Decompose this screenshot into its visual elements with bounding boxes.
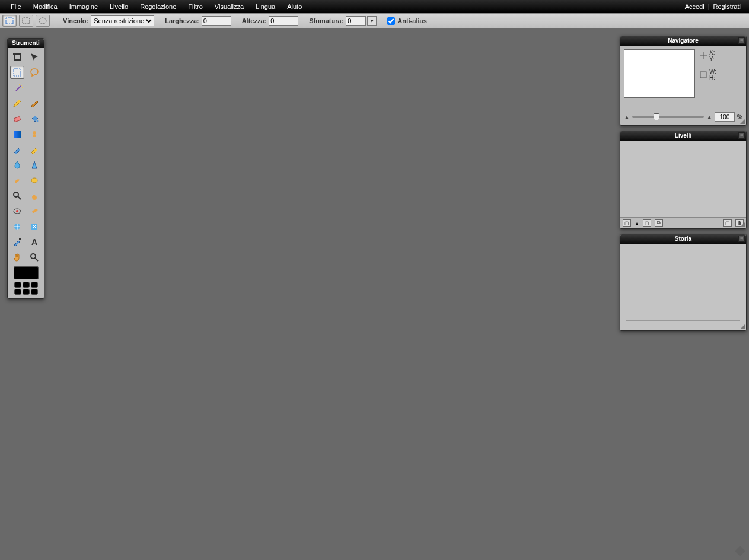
close-icon[interactable]: × [738, 132, 745, 139]
zoom-slider-thumb[interactable] [654, 113, 659, 120]
history-list[interactable] [620, 244, 746, 330]
wand-tool-icon[interactable] [12, 81, 26, 94]
sponge-tool-icon[interactable] [27, 174, 42, 187]
type-tool-icon[interactable]: A [27, 236, 42, 249]
move-tool-icon[interactable] [27, 50, 42, 63]
resize-grip[interactable] [739, 118, 745, 124]
svg-point-2 [39, 18, 46, 24]
layers-panel-title[interactable]: Livelli × [620, 131, 746, 141]
antialias-checkbox[interactable] [387, 17, 395, 25]
svg-rect-11 [33, 135, 36, 137]
dimensions-icon [700, 71, 707, 78]
menu-modifica[interactable]: Modifica [27, 3, 63, 10]
layer-up-icon[interactable]: ▴ [635, 219, 639, 227]
navigator-panel: Navigatore × X: Y: W: H: [620, 36, 747, 126]
feather-input[interactable] [346, 16, 366, 26]
svg-rect-22 [700, 72, 706, 78]
swatch-5[interactable] [23, 289, 30, 295]
zoom-out-icon[interactable]: ▲ [624, 114, 630, 120]
zoom-tool-icon[interactable] [27, 251, 42, 264]
pencil-tool-icon[interactable] [10, 97, 24, 110]
zoom-value-input[interactable] [715, 112, 735, 122]
svg-rect-1 [23, 18, 30, 24]
crop-tool-icon[interactable] [10, 50, 24, 63]
smudge-tool-icon[interactable] [10, 174, 24, 187]
layer-mask-icon[interactable]: ▢ [723, 219, 732, 227]
svg-point-5 [19, 84, 20, 85]
color-replace-tool-icon[interactable] [10, 143, 24, 156]
new-layer-icon[interactable]: ▢ [643, 219, 651, 227]
swatch-2[interactable] [23, 282, 30, 288]
tools-title-text: Strumenti [12, 40, 40, 46]
marquee-tool-icon[interactable] [10, 66, 24, 79]
menu-file[interactable]: File [5, 3, 27, 10]
navigator-preview[interactable] [624, 49, 695, 98]
marquee-rect-icon[interactable] [2, 15, 17, 27]
width-input[interactable] [202, 16, 231, 26]
height-label: Altezza: [242, 17, 267, 24]
svg-point-8 [37, 120, 39, 122]
menu-regolazione[interactable]: Regolazione [134, 3, 182, 10]
menu-livello[interactable]: Livello [104, 3, 134, 10]
eraser-tool-icon[interactable] [10, 112, 24, 125]
svg-point-4 [21, 85, 22, 86]
svg-point-12 [31, 178, 37, 183]
swatch-1[interactable] [14, 282, 21, 288]
red-eye-tool-icon[interactable] [10, 205, 24, 218]
layer-settings-icon[interactable]: ▢ [623, 219, 631, 227]
constraint-select[interactable]: Senza restrizione [91, 15, 154, 26]
marquee-ellipse-icon[interactable] [36, 15, 50, 27]
bloat-tool-icon[interactable] [10, 220, 24, 233]
feather-label: Sfumatura: [309, 17, 343, 24]
close-icon[interactable]: × [738, 236, 745, 242]
duplicate-layer-icon[interactable]: ⧉ [655, 219, 663, 227]
register-link[interactable]: Registrati [710, 3, 744, 10]
blur-tool-icon[interactable] [10, 158, 24, 171]
eyedropper-tool-icon[interactable] [10, 236, 24, 249]
feather-dropdown-icon[interactable]: ▼ [367, 16, 377, 26]
layers-panel: Livelli × ▢ ▴ ▢ ⧉ ▢ 🗑 [620, 131, 747, 229]
marquee-rounded-icon[interactable] [19, 15, 33, 27]
brush-tool-icon[interactable] [27, 97, 42, 110]
sharpen-tool-icon[interactable] [27, 158, 42, 171]
spot-heal-tool-icon[interactable] [27, 205, 42, 218]
hand-tool-icon[interactable] [10, 251, 24, 264]
main-menu-bar: File Modifica Immagine Livello Regolazio… [0, 0, 749, 13]
zoom-slider[interactable] [632, 116, 704, 118]
height-input[interactable] [269, 16, 298, 26]
menu-lingua[interactable]: Lingua [250, 3, 281, 10]
clone-stamp-tool-icon[interactable] [27, 128, 42, 141]
foreground-color-swatch[interactable] [14, 266, 39, 279]
history-panel-title[interactable]: Storia × [620, 234, 746, 244]
drawing-tool-icon[interactable] [27, 143, 42, 156]
menu-filtro[interactable]: Filtro [182, 3, 208, 10]
navigator-title-text: Navigatore [668, 37, 699, 44]
paint-bucket-tool-icon[interactable] [27, 112, 42, 125]
swatch-3[interactable] [31, 282, 38, 288]
swatch-6[interactable] [31, 289, 38, 295]
history-title-text: Storia [675, 236, 691, 242]
zoom-in-icon[interactable]: ▲ [706, 114, 712, 120]
tools-panel-title[interactable]: Strumenti [8, 39, 44, 48]
swatch-4[interactable] [14, 289, 21, 295]
layers-title-text: Livelli [675, 132, 691, 139]
login-link[interactable]: Accedi [681, 3, 708, 10]
svg-point-6 [22, 87, 23, 88]
crosshair-icon [700, 52, 707, 59]
dodge-tool-icon[interactable] [10, 189, 24, 202]
pinch-tool-icon[interactable] [27, 220, 42, 233]
menu-visualizza[interactable]: Visualizza [209, 3, 250, 10]
history-divider [626, 320, 740, 321]
menu-aiuto[interactable]: Aiuto [281, 3, 308, 10]
lasso-tool-icon[interactable] [27, 66, 42, 79]
close-icon[interactable]: × [738, 37, 745, 44]
menu-immagine[interactable]: Immagine [63, 3, 104, 10]
resize-grip[interactable] [739, 323, 745, 329]
burn-tool-icon[interactable] [27, 189, 42, 202]
nav-h-label: H: [709, 75, 716, 81]
gradient-tool-icon[interactable] [10, 128, 24, 141]
resize-grip[interactable] [739, 221, 745, 227]
layers-list[interactable] [620, 141, 746, 218]
navigator-panel-title[interactable]: Navigatore × [620, 36, 746, 46]
history-panel: Storia × [620, 234, 747, 331]
